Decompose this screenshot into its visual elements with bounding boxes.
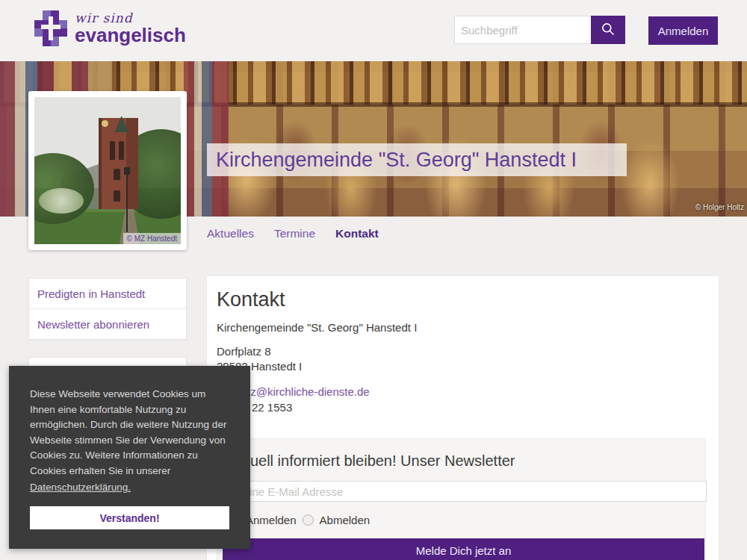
address-street: Dorfplatz 8 — [217, 345, 271, 358]
nav-item-aktuelles[interactable]: Aktuelles — [207, 227, 254, 240]
church-photo: © MZ Hanstedt — [34, 97, 181, 244]
radio-abmelden[interactable] — [303, 514, 314, 526]
logo-brand-name: evangelisch — [75, 25, 186, 45]
church-tower — [99, 118, 138, 209]
newsletter-submit-button[interactable]: Melde Dich jetzt an — [223, 538, 704, 560]
sidebar-item-newsletter[interactable]: Newsletter abonnieren — [29, 309, 186, 339]
page-title-banner: Kirchengemeinde "St. Georg" Hanstedt I — [207, 143, 627, 176]
search-button[interactable] — [591, 16, 625, 44]
cookie-message: Diese Webseite verwendet Cookies um Ihne… — [30, 387, 230, 496]
logo-text: wir sind evangelisch — [75, 12, 186, 45]
newsletter-heading: Aktuell informiert bleiben! Unser Newsle… — [229, 452, 515, 470]
sidebar-photo-credit: © MZ Hanstedt — [123, 233, 181, 244]
cross-logo-icon — [34, 10, 67, 46]
sidebar-menu: Predigten in Hanstedt Newsletter abonnie… — [28, 278, 187, 340]
hero-photo-credit: © Holger Holtz — [695, 203, 744, 211]
nav-item-kontakt[interactable]: Kontakt — [335, 227, 379, 240]
privacy-policy-link[interactable]: Datenschutzerklärung. — [30, 480, 131, 496]
sidebar-item-predigten[interactable]: Predigten in Hanstedt — [29, 279, 186, 309]
site-header: wir sind evangelisch Anmelden — [0, 0, 747, 61]
search-input[interactable] — [454, 16, 595, 44]
main-content-card: Kontakt Kirchengemeinde "St. Georg" Hans… — [207, 276, 719, 560]
org-name: Kirchengemeinde "St. Georg" Hanstedt I — [217, 321, 417, 334]
congregation-photo-card: © MZ Hanstedt — [28, 91, 187, 250]
section-nav: Aktuelles Termine Kontakt — [207, 227, 379, 240]
login-button[interactable]: Anmelden — [648, 16, 718, 45]
newsletter-box: Aktuell informiert bleiben! Unser Newsle… — [217, 438, 706, 560]
cookie-accept-button[interactable]: Verstanden! — [30, 506, 229, 529]
page: wir sind evangelisch Anmelden Kirchengem… — [0, 0, 747, 560]
logo-tagline: wir sind — [75, 12, 186, 25]
clock-icon — [102, 120, 108, 127]
content-heading: Kontakt — [217, 288, 285, 311]
search-icon — [601, 22, 616, 39]
newsletter-email-input[interactable] — [229, 481, 707, 502]
radio-abmelden-label: Abmelden — [320, 514, 371, 526]
page-title: Kirchengemeinde "St. Georg" Hanstedt I — [216, 149, 577, 172]
radio-anmelden-label: Anmelden — [246, 514, 297, 526]
site-logo[interactable]: wir sind evangelisch — [34, 10, 186, 46]
cookie-banner: Diese Webseite verwendet Cookies um Ihne… — [9, 366, 250, 549]
nav-item-termine[interactable]: Termine — [274, 227, 315, 240]
